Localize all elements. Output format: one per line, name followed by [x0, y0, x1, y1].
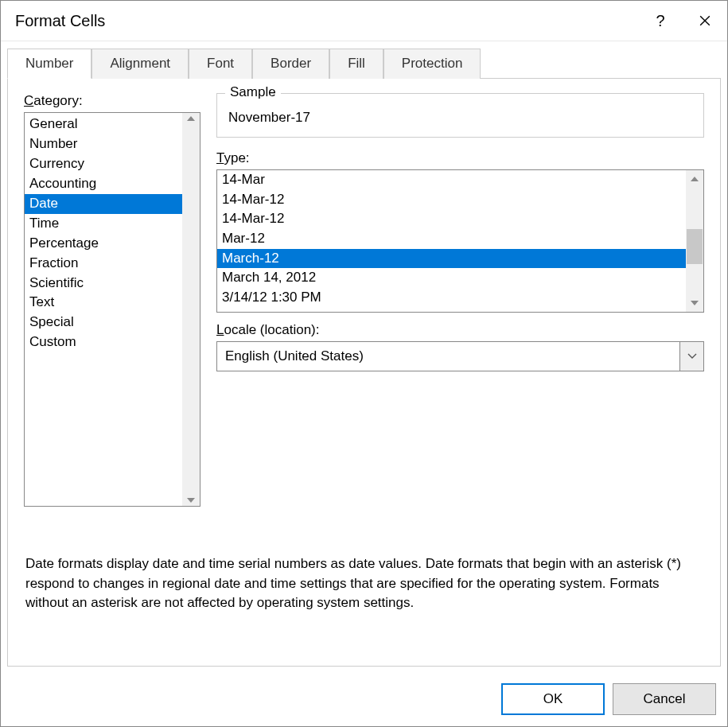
locale-dropdown-button[interactable] [679, 342, 703, 371]
tab-font[interactable]: Font [189, 49, 252, 79]
locale-value: English (United States) [217, 342, 679, 371]
dialog-body: NumberAlignmentFontBorderFillProtection … [1, 41, 727, 675]
details-column: Sample November-17 Type: 14-Mar14-Mar-12… [216, 93, 704, 507]
scroll-down-icon [187, 498, 195, 503]
category-listbox[interactable]: GeneralNumberCurrencyAccountingDateTimeP… [24, 112, 200, 507]
scroll-up-icon [187, 116, 195, 121]
type-label: Type: [216, 150, 704, 166]
locale-dropdown[interactable]: English (United States) [216, 341, 704, 371]
format-cells-dialog: Format Cells ? NumberAlignmentFontBorder… [0, 0, 728, 727]
dialog-button-row: OK Cancel [1, 675, 727, 726]
category-item[interactable]: Percentage [25, 234, 182, 254]
titlebar: Format Cells ? [1, 1, 727, 41]
category-item[interactable]: General [25, 115, 182, 134]
category-column: Category: GeneralNumberCurrencyAccountin… [24, 93, 200, 507]
type-item[interactable]: 14-Mar [217, 170, 686, 190]
help-button[interactable]: ? [638, 1, 683, 41]
tab-protection[interactable]: Protection [383, 49, 481, 79]
ok-button[interactable]: OK [501, 683, 605, 715]
type-listbox[interactable]: 14-Mar14-Mar-1214-Mar-12Mar-12March-12Ma… [216, 169, 704, 313]
scroll-track[interactable] [686, 188, 703, 294]
category-item[interactable]: Time [25, 214, 182, 234]
type-item[interactable]: 3/14/12 1:30 PM [217, 288, 686, 308]
type-item[interactable]: 14-Mar-12 [217, 209, 686, 229]
chevron-down-icon [687, 353, 697, 360]
type-scrollbar[interactable] [686, 170, 703, 312]
type-item[interactable]: Mar-12 [217, 229, 686, 249]
category-item[interactable]: Fraction [25, 254, 182, 274]
category-scrollbar[interactable] [182, 113, 200, 506]
category-item[interactable]: Currency [25, 154, 182, 174]
help-icon: ? [656, 12, 664, 30]
close-button[interactable] [683, 1, 727, 41]
description-text: Date formats display date and time seria… [25, 554, 703, 613]
category-item[interactable]: Text [25, 293, 182, 313]
sample-legend: Sample [225, 84, 281, 100]
scroll-up-icon [691, 177, 699, 181]
close-icon [699, 15, 710, 26]
category-item[interactable]: Custom [25, 332, 182, 352]
category-label: Category: [24, 93, 200, 109]
scroll-thumb[interactable] [687, 229, 703, 264]
category-item[interactable]: Special [25, 313, 182, 332]
category-item[interactable]: Date [25, 194, 182, 214]
tab-strip: NumberAlignmentFontBorderFillProtection [7, 48, 721, 78]
category-item[interactable]: Scientific [25, 274, 182, 294]
sample-group: Sample November-17 [216, 93, 704, 138]
type-item[interactable]: March-12 [217, 249, 686, 269]
sample-value: November-17 [228, 110, 692, 126]
locale-label: Locale (location): [216, 322, 704, 338]
window-title: Format Cells [15, 12, 638, 30]
tab-number[interactable]: Number [7, 49, 91, 79]
type-item[interactable]: 14-Mar-12 [217, 190, 686, 210]
category-item[interactable]: Accounting [25, 174, 182, 194]
type-item[interactable]: March 14, 2012 [217, 268, 686, 288]
scroll-down-icon [691, 301, 699, 305]
tab-alignment[interactable]: Alignment [91, 49, 189, 79]
category-item[interactable]: Number [25, 134, 182, 154]
number-tab-panel: Category: GeneralNumberCurrencyAccountin… [7, 78, 721, 667]
tab-fill[interactable]: Fill [329, 49, 383, 79]
tab-border[interactable]: Border [252, 49, 329, 79]
cancel-button[interactable]: Cancel [613, 683, 716, 715]
